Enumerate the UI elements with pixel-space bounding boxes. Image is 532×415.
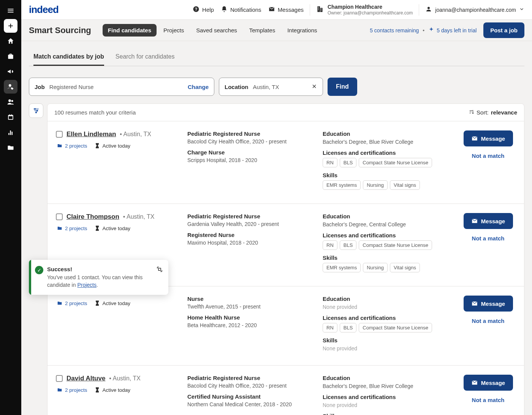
candidate-name[interactable]: Claire Thompson — [66, 213, 119, 221]
calendar-icon[interactable] — [4, 110, 17, 124]
experience-title: Pediatric Registered Nurse — [187, 375, 317, 381]
user-menu[interactable]: joanna@championhealthcare.com — [425, 6, 524, 14]
svg-rect-14 — [158, 268, 161, 270]
experience-title: Pediatric Registered Nurse — [187, 130, 317, 137]
chevron-down-icon — [519, 6, 524, 13]
home-icon[interactable] — [4, 34, 17, 48]
experience-title: Charge Nurse — [187, 149, 317, 156]
candidate-name[interactable]: Ellen Lindleman — [66, 130, 116, 138]
candidate-location: • Austin, TX — [120, 131, 151, 138]
svg-point-10 — [428, 7, 430, 9]
results-count: 100 resumes match your criteria — [54, 109, 136, 116]
licenses-label: Licenses and certifications — [323, 315, 454, 321]
trial-days-left[interactable]: 5 days left in trial — [428, 27, 477, 34]
skill-chip: EMR systems — [323, 263, 361, 272]
tab-search-candidates[interactable]: Search for candidates — [116, 49, 175, 66]
experience-detail: Bacolod City Health Office, 2020 - prese… — [187, 138, 317, 145]
svg-point-1 — [8, 99, 11, 102]
help-link[interactable]: ? Help — [193, 6, 214, 14]
candidate-name[interactable]: David Altuve — [66, 375, 105, 382]
job-value: Registered Nurse — [49, 84, 188, 90]
sort-control[interactable]: Sort: relevance — [469, 109, 517, 116]
location-label: Location — [225, 84, 249, 90]
messages-link[interactable]: Messages — [268, 6, 304, 14]
activity-status: Active today — [94, 143, 131, 149]
sort-icon — [469, 109, 474, 116]
indeed-logo: indeed — [29, 4, 59, 16]
building-icon — [316, 5, 324, 14]
company-name: Champion Healthcare — [328, 4, 413, 10]
not-a-match-link[interactable]: Not a match — [472, 397, 505, 403]
not-a-match-link[interactable]: Not a match — [472, 235, 505, 242]
experience-title: Pediatric Registered Nurse — [187, 213, 317, 219]
megaphone-icon[interactable] — [4, 65, 17, 78]
filter-button[interactable] — [29, 103, 43, 118]
select-candidate-checkbox[interactable] — [56, 131, 63, 138]
person-search-icon[interactable] — [4, 80, 17, 94]
notifications-link[interactable]: Notifications — [221, 6, 261, 14]
post-job-button[interactable]: Post a job — [483, 22, 524, 38]
not-a-match-link[interactable]: Not a match — [472, 153, 505, 159]
people-icon[interactable] — [4, 95, 17, 109]
sparkle-icon — [428, 27, 434, 34]
education-label: Education — [323, 375, 454, 381]
activity-status: Active today — [94, 387, 131, 393]
experience-title: Home Health Nurse — [187, 314, 317, 321]
select-candidate-checkbox[interactable] — [56, 213, 63, 220]
toast-projects-link[interactable]: Projects — [77, 282, 97, 288]
tab-saved-searches[interactable]: Saved searches — [191, 24, 242, 37]
bell-icon — [221, 6, 228, 14]
licenses-label: Licenses and certifications — [323, 394, 454, 400]
experience-detail: Gardenia Valley Health, 2020 - present — [187, 221, 317, 227]
tab-integrations[interactable]: Integrations — [282, 24, 322, 37]
mail-icon — [268, 6, 275, 14]
find-button[interactable]: Find — [328, 78, 357, 96]
contacts-remaining[interactable]: 5 contacts remaining — [370, 27, 419, 33]
education-label: Education — [323, 296, 454, 302]
education-label: Education — [323, 130, 454, 137]
experience-detail: Northern Canal Medical Center, 2018 - 20… — [187, 401, 317, 407]
left-nav-rail — [0, 0, 21, 415]
change-job-link[interactable]: Change — [188, 84, 209, 90]
company-selector[interactable]: Champion Healthcare Owner: joanna@champi… — [316, 4, 413, 16]
tab-match-by-job[interactable]: Match candidates by job — [33, 49, 104, 66]
skills-none: None provided — [323, 345, 454, 351]
projects-link[interactable]: 2 projects — [57, 225, 87, 231]
location-search-box: Location Austin, TX — [219, 78, 323, 96]
projects-link[interactable]: 2 projects — [57, 143, 87, 149]
analytics-icon[interactable] — [4, 126, 17, 139]
not-a-match-link[interactable]: Not a match — [472, 318, 505, 324]
experience-detail: Bacolod City Health Office, 2020 - prese… — [187, 383, 317, 389]
clear-location-icon[interactable] — [311, 83, 317, 91]
skills-label: Skills — [323, 413, 454, 415]
license-chip: BLS — [340, 323, 357, 332]
plus-icon[interactable] — [4, 19, 17, 33]
message-button[interactable]: Message — [464, 213, 513, 229]
message-button[interactable]: Message — [464, 375, 513, 391]
message-button[interactable]: Message — [464, 296, 513, 312]
license-chip: BLS — [340, 158, 357, 167]
tab-find-candidates[interactable]: Find candidates — [103, 24, 157, 37]
tab-templates[interactable]: Templates — [244, 24, 280, 37]
experience-detail: Maximo Hospital, 2018 - 2020 — [187, 240, 317, 246]
menu-icon[interactable] — [4, 4, 17, 17]
select-candidate-checkbox[interactable] — [56, 375, 63, 382]
job-search-box: Job Registered Nurse Change — [29, 78, 214, 96]
toast-message: You've used 1 contact. You can view this… — [47, 274, 152, 289]
projects-link[interactable]: 2 projects — [57, 387, 87, 393]
skill-chip: Nursing — [363, 263, 388, 272]
user-icon — [425, 6, 432, 14]
svg-rect-9 — [321, 10, 322, 11]
expand-toast-icon[interactable] — [156, 266, 163, 289]
svg-rect-5 — [318, 7, 319, 8]
message-button[interactable]: Message — [464, 130, 513, 146]
results-panel: 100 resumes match your criteria Sort: re… — [47, 103, 524, 415]
folder-icon[interactable] — [4, 141, 17, 154]
briefcase-icon[interactable] — [4, 49, 17, 63]
job-label: Job — [35, 84, 45, 90]
page-title: Smart Sourcing — [29, 25, 91, 35]
nav-bar: Smart Sourcing Find candidates Projects … — [21, 20, 532, 41]
tab-projects[interactable]: Projects — [158, 24, 189, 37]
projects-link[interactable]: 2 projects — [57, 300, 87, 306]
education-value: Bachelor's Degree, Blue River College — [323, 383, 454, 389]
